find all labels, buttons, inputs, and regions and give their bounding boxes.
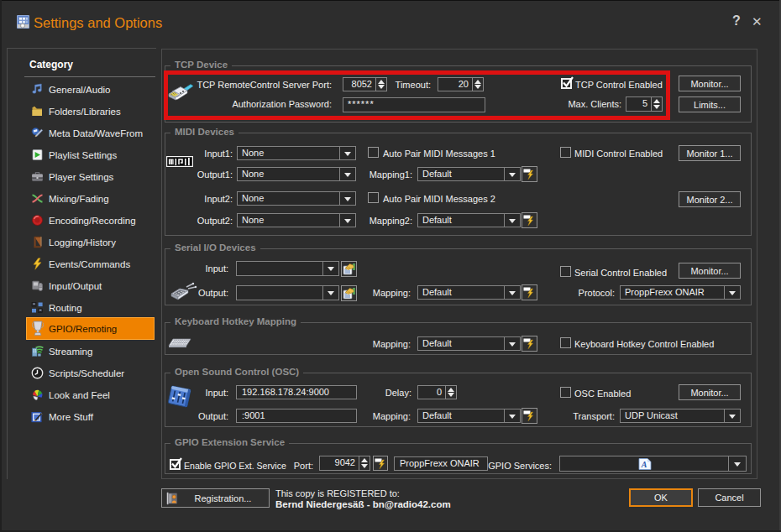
svg-text:A: A (641, 460, 647, 469)
